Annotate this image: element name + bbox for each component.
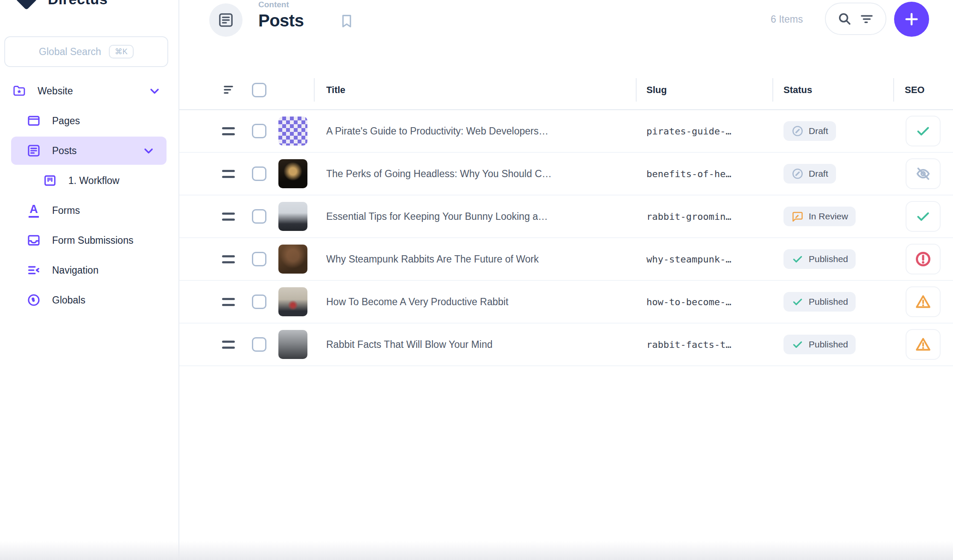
table-row[interactable]: Rabbit Facts That Will Blow Your Mind ra… bbox=[179, 324, 953, 366]
status-label: Draft bbox=[809, 126, 828, 136]
post-thumbnail bbox=[278, 287, 307, 316]
letter-a-icon: A bbox=[26, 203, 41, 218]
globe-icon bbox=[26, 293, 41, 307]
global-search-input[interactable]: Global Search ⌘K bbox=[4, 36, 168, 67]
sidebar-item-label: Posts bbox=[52, 145, 77, 157]
post-thumbnail bbox=[278, 245, 307, 274]
table-row[interactable]: How To Become A Very Productive Rabbit h… bbox=[179, 281, 953, 324]
column-divider bbox=[636, 78, 637, 102]
post-thumbnail bbox=[278, 117, 307, 146]
drag-handle-icon[interactable] bbox=[222, 341, 235, 349]
page-header: Content Posts 6 Items bbox=[179, 0, 953, 70]
sidebar-item-label: Website bbox=[38, 85, 73, 97]
post-title: Why Steampunk Rabbits Are The Future of … bbox=[326, 254, 539, 265]
warning-icon bbox=[915, 293, 932, 310]
sort-icon[interactable] bbox=[222, 82, 237, 98]
global-search-placeholder: Global Search bbox=[39, 46, 101, 58]
status-badge: Published bbox=[783, 249, 856, 269]
sidebar-item-label: Navigation bbox=[52, 265, 99, 276]
column-header-status[interactable]: Status bbox=[772, 85, 893, 96]
post-title: The Perks of Going Headless: Why You Sho… bbox=[326, 168, 552, 179]
table-body: A Pirate's Guide to Productivity: Web De… bbox=[179, 110, 953, 366]
row-checkbox[interactable] bbox=[252, 295, 266, 309]
post-slug: pirates-guide-… bbox=[646, 126, 731, 137]
status-label: Published bbox=[809, 297, 848, 307]
drag-handle-icon[interactable] bbox=[222, 127, 235, 135]
search-shortcut-badge: ⌘K bbox=[109, 45, 134, 58]
chevron-down-icon[interactable] bbox=[142, 144, 155, 158]
sidebar-item-forms[interactable]: A Forms bbox=[6, 196, 172, 225]
sidebar-item-globals[interactable]: Globals bbox=[6, 286, 172, 314]
row-checkbox[interactable] bbox=[252, 209, 266, 224]
filter-icon[interactable] bbox=[859, 11, 874, 26]
app-root: Directus Global Search ⌘K Website Pages bbox=[0, 0, 953, 560]
rate-review-icon bbox=[791, 210, 804, 223]
sidebar-item-form-submissions[interactable]: Form Submissions bbox=[6, 226, 172, 254]
error-icon bbox=[915, 251, 932, 268]
table-row[interactable]: A Pirate's Guide to Productivity: Web De… bbox=[179, 110, 953, 153]
row-checkbox[interactable] bbox=[252, 124, 266, 138]
post-title: Rabbit Facts That Will Blow Your Mind bbox=[326, 339, 492, 350]
status-badge: In Review bbox=[783, 207, 856, 226]
sidebar-item-workflow[interactable]: 1. Workflow bbox=[6, 166, 172, 195]
app-logo[interactable]: Directus bbox=[13, 0, 108, 13]
column-header-slug[interactable]: Slug bbox=[636, 85, 772, 96]
directus-logo-icon bbox=[16, 0, 38, 10]
post-slug: rabbit-groomin… bbox=[646, 211, 731, 222]
nav-list-icon bbox=[26, 263, 41, 277]
check-icon bbox=[791, 253, 804, 265]
seo-status-card bbox=[906, 286, 941, 317]
post-title: How To Become A Very Productive Rabbit bbox=[326, 296, 509, 307]
inbox-icon bbox=[26, 233, 41, 248]
breadcrumb: Content bbox=[258, 0, 304, 9]
title-block: Content Posts bbox=[258, 0, 304, 30]
post-slug: rabbit-facts-t… bbox=[646, 339, 731, 350]
add-item-button[interactable] bbox=[894, 2, 929, 37]
column-header-seo[interactable]: SEO bbox=[893, 85, 953, 96]
seo-status-card bbox=[906, 158, 941, 189]
search-icon[interactable] bbox=[837, 11, 852, 26]
collection-icon-button[interactable] bbox=[209, 3, 243, 37]
status-badge: Published bbox=[783, 292, 856, 312]
window-icon bbox=[26, 114, 41, 128]
column-divider bbox=[893, 78, 894, 102]
table-row[interactable]: Essential Tips for Keeping Your Bunny Lo… bbox=[179, 195, 953, 238]
status-label: Draft bbox=[809, 169, 828, 179]
main-content: Content Posts 6 Items bbox=[179, 0, 953, 560]
items-count: 6 Items bbox=[771, 14, 803, 25]
drag-handle-icon[interactable] bbox=[222, 213, 235, 221]
column-divider bbox=[772, 78, 773, 102]
seo-status-card bbox=[906, 244, 941, 274]
bookmark-icon[interactable] bbox=[339, 13, 355, 29]
sidebar-item-navigation[interactable]: Navigation bbox=[6, 256, 172, 284]
row-checkbox[interactable] bbox=[252, 252, 266, 266]
post-title: A Pirate's Guide to Productivity: Web De… bbox=[326, 125, 548, 137]
drag-handle-icon[interactable] bbox=[222, 255, 235, 263]
folder-star-icon bbox=[12, 84, 26, 98]
post-thumbnail bbox=[278, 202, 307, 231]
table-row[interactable]: The Perks of Going Headless: Why You Sho… bbox=[179, 153, 953, 195]
row-checkbox[interactable] bbox=[252, 166, 266, 181]
chevron-down-icon[interactable] bbox=[148, 84, 161, 98]
check-icon bbox=[915, 208, 932, 225]
column-header-title[interactable]: Title bbox=[326, 85, 636, 96]
sidebar-item-posts[interactable]: Posts bbox=[11, 137, 167, 165]
sidebar-item-label: Globals bbox=[52, 295, 85, 306]
status-badge: Draft bbox=[783, 164, 836, 184]
search-filter-group bbox=[825, 3, 886, 35]
drag-handle-icon[interactable] bbox=[222, 298, 235, 306]
status-badge: Draft bbox=[783, 121, 836, 141]
seo-status-card bbox=[906, 329, 941, 360]
draft-pencil-circle-icon bbox=[791, 167, 804, 180]
row-checkbox[interactable] bbox=[252, 337, 266, 352]
table-row[interactable]: Why Steampunk Rabbits Are The Future of … bbox=[179, 238, 953, 281]
sidebar-item-website[interactable]: Website bbox=[6, 77, 172, 105]
drag-handle-icon[interactable] bbox=[222, 170, 235, 178]
sidebar-item-pages[interactable]: Pages bbox=[6, 107, 172, 135]
sidebar-item-label: Pages bbox=[52, 115, 80, 127]
select-all-checkbox[interactable] bbox=[252, 83, 266, 97]
kanban-icon bbox=[43, 173, 57, 188]
check-icon bbox=[791, 295, 804, 308]
post-thumbnail bbox=[278, 330, 307, 359]
seo-status-card bbox=[906, 201, 941, 232]
